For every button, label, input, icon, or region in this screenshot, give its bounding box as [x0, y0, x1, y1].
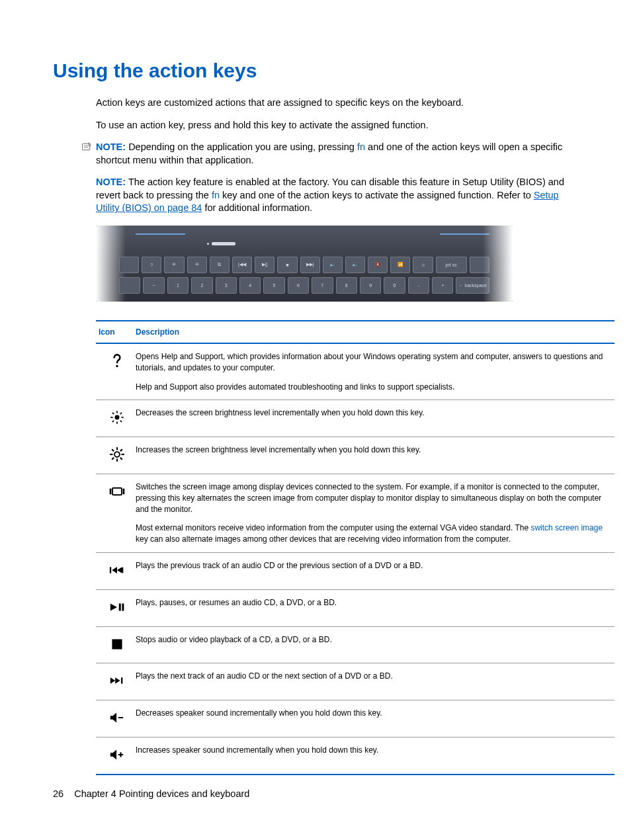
- svg-point-13: [114, 452, 120, 457]
- note-2-text-b: key and one of the action keys to activa…: [220, 190, 534, 200]
- svg-rect-33: [112, 639, 122, 649]
- svg-rect-32: [122, 603, 124, 610]
- note-1: NOTE: Depending on the application you a…: [81, 141, 578, 167]
- table-row: Decreases the screen brightness level in…: [96, 400, 614, 437]
- brightness-down-icon: [108, 409, 126, 429]
- row-text: Increases speaker sound incrementally wh…: [136, 745, 614, 756]
- page-heading: Using the action keys: [53, 60, 578, 82]
- table-row: Increases speaker sound incrementally wh…: [96, 737, 614, 774]
- table-row: Plays, pauses, or resumes an audio CD, a…: [96, 590, 614, 626]
- row-text: Plays, pauses, or resumes an audio CD, a…: [136, 597, 614, 609]
- svg-marker-35: [115, 678, 120, 684]
- stop-icon: [108, 636, 126, 656]
- table-header-description: Description: [136, 327, 614, 337]
- svg-line-18: [112, 449, 114, 451]
- previous-track-icon: [108, 562, 126, 582]
- volume-down-icon: [108, 709, 126, 730]
- table-row: Increases the screen brightness level in…: [96, 437, 614, 474]
- keyboard-image: ?✳✳⧉|◀◀▶||■▶▶|🔈🔈🔇📶♫prt sc ~1234567890-+←…: [96, 226, 513, 302]
- row-text: Decreases the screen brightness level in…: [136, 407, 614, 419]
- table-row: Decreases speaker sound incrementally wh…: [96, 700, 614, 737]
- action-keys-table: Icon Description Opens Help and Support,…: [96, 320, 614, 775]
- svg-point-3: [116, 365, 118, 367]
- table-row: Switches the screen image among display …: [96, 474, 614, 552]
- svg-marker-37: [110, 713, 116, 723]
- fn-key-text: fn: [357, 142, 365, 152]
- table-row: Plays the next track of an audio CD or t…: [96, 663, 614, 700]
- svg-point-4: [115, 415, 120, 420]
- row-text: Most external monitors receive video inf…: [136, 523, 614, 545]
- play-pause-icon: [108, 599, 126, 619]
- brightness-up-icon: [108, 446, 126, 466]
- svg-rect-25: [110, 567, 111, 573]
- table-row: Opens Help and Support, which provides i…: [96, 344, 614, 399]
- note-2-text-c: for additional information.: [202, 202, 312, 213]
- svg-marker-34: [110, 678, 115, 684]
- row-text: Plays the next track of an audio CD or t…: [136, 671, 614, 682]
- row-text: Stops audio or video playback of a CD, a…: [136, 634, 614, 646]
- svg-line-9: [112, 413, 114, 414]
- svg-line-12: [120, 413, 122, 414]
- page-number: 26: [53, 788, 63, 799]
- table-row: Stops audio or video playback of a CD, a…: [96, 627, 614, 663]
- svg-rect-23: [112, 488, 122, 495]
- svg-line-20: [112, 458, 114, 460]
- svg-rect-24: [123, 489, 125, 495]
- table-row: Plays the previous track of an audio CD …: [96, 553, 614, 589]
- page-footer: 26 Chapter 4 Pointing devices and keyboa…: [53, 788, 249, 799]
- row-text: Decreases speaker sound incrementally wh…: [136, 708, 614, 719]
- next-track-icon: [108, 672, 126, 693]
- row-text: Opens Help and Support, which provides i…: [136, 351, 614, 374]
- row-text: Switches the screen image among display …: [136, 482, 614, 515]
- svg-marker-28: [112, 567, 117, 573]
- switch-screen-image-text: switch screen image: [530, 523, 603, 532]
- svg-rect-36: [121, 678, 122, 684]
- volume-up-icon: [108, 746, 126, 767]
- fn-key-text: fn: [212, 190, 220, 200]
- note-2: NOTE: The action key feature is enabled …: [96, 176, 578, 215]
- chapter-label: Chapter 4 Pointing devices and keyboard: [74, 788, 249, 799]
- table-header-icon: Icon: [96, 327, 136, 337]
- svg-rect-31: [119, 603, 121, 610]
- intro-paragraph-2: To use an action key, press and hold thi…: [96, 119, 578, 132]
- svg-marker-30: [110, 603, 117, 610]
- intro-paragraph-1: Action keys are customized actions that …: [96, 97, 578, 110]
- svg-rect-22: [110, 489, 112, 495]
- note-icon: [81, 142, 96, 154]
- note-label: NOTE:: [96, 142, 126, 152]
- svg-line-10: [120, 421, 122, 422]
- row-text: Plays the previous track of an audio CD …: [136, 560, 614, 571]
- help-icon: [108, 353, 126, 392]
- svg-line-11: [112, 421, 114, 422]
- note-1-text-a: Depending on the application you are usi…: [128, 142, 357, 152]
- svg-marker-39: [110, 749, 116, 759]
- svg-line-21: [120, 449, 122, 451]
- switch-screen-icon: [108, 483, 126, 545]
- note-label: NOTE:: [96, 177, 126, 187]
- svg-line-19: [120, 458, 122, 460]
- row-text: Help and Support also provides automated…: [136, 382, 614, 393]
- svg-marker-29: [117, 567, 122, 573]
- row-text: Increases the screen brightness level in…: [136, 444, 614, 456]
